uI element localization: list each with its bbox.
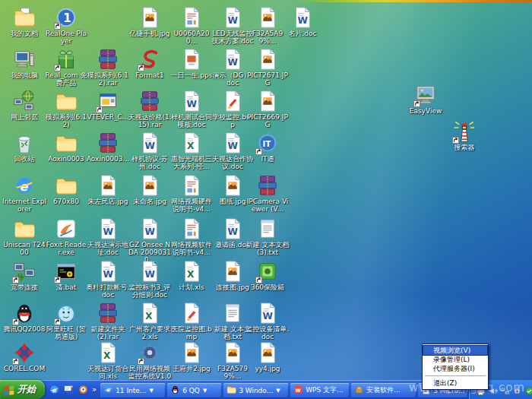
ie-quicklaunch-icon[interactable]: e: [49, 384, 60, 395]
desktop-icon[interactable]: 我的文档: [2, 6, 46, 37]
lighthouse-icon: [453, 120, 476, 143]
desktop-icon[interactable]: 天视达价格(1.15).rar: [128, 90, 172, 128]
desktop-icon[interactable]: Aoxin0003...: [86, 131, 130, 163]
desktop-icon[interactable]: 1RealOne Player: [44, 6, 88, 45]
show-desktop-quicklaunch-icon[interactable]: [63, 384, 74, 395]
desktop-icon[interactable]: yy4.jpg: [245, 341, 290, 372]
word-icon: W: [256, 302, 279, 325]
desktop-icon[interactable]: U0060A200...: [169, 6, 214, 45]
menu-item[interactable]: 代理服务器(I): [423, 364, 487, 373]
desktop-icon-label: IT通: [245, 155, 290, 163]
desktop-icon[interactable]: 清.bat: [44, 260, 88, 291]
docgen-icon: [180, 6, 203, 29]
desktop-icon[interactable]: W奥籵打款帐号.doc: [86, 260, 130, 299]
desktop-icon[interactable]: ITIT通: [245, 131, 290, 163]
desktop-icon[interactable]: VTEVER_C...: [86, 90, 130, 121]
menu-item[interactable]: 退出(Z): [423, 378, 487, 388]
desktop-icon[interactable]: 网络视频硬件说明书-v4...: [169, 174, 214, 213]
menu-item[interactable]: 视频浏览(V): [423, 346, 487, 355]
desktop-icon[interactable]: 网络视频软件说明书-v4...: [169, 217, 214, 256]
desktop-icon[interactable]: 360保险箱: [245, 260, 290, 291]
rar-icon: [97, 131, 119, 154]
desktop-icon[interactable]: EasyView: [404, 84, 448, 115]
safe360-icon: [256, 260, 279, 283]
desktop-icon[interactable]: 王府井2.jpg: [169, 341, 214, 372]
desktop-icon[interactable]: X广州客户要求2.xls: [128, 302, 172, 340]
qq-icon: [170, 385, 180, 396]
desktop-icon[interactable]: 670x80: [44, 174, 88, 205]
svg-text:X: X: [145, 311, 153, 321]
desktop-icon-label: 我的电脑: [2, 71, 46, 79]
desktop-icon[interactable]: PICT2671.JPG: [245, 48, 290, 87]
desktop-icon[interactable]: W名片.doc: [280, 6, 325, 37]
usb-device-tray-icon[interactable]: [512, 385, 522, 394]
volume-tray-icon[interactable]: [488, 385, 498, 394]
svg-text:X: X: [103, 350, 111, 361]
foxit-icon: [55, 217, 78, 240]
desktop-icon[interactable]: 模拟系列(6.12): [44, 90, 88, 128]
desktop-icon[interactable]: Format1: [128, 48, 172, 79]
desktop-icon[interactable]: eInternet Explorer: [2, 174, 46, 213]
corel-icon: [13, 341, 36, 364]
taskbar-task-button[interactable]: 安装软件...: [351, 383, 416, 398]
svg-text:W: W: [144, 226, 155, 237]
menu-item[interactable]: 录像管理(L): [423, 355, 487, 364]
taskbar-task-button[interactable]: 3 Windo...▼: [223, 383, 289, 398]
bmp-icon: [180, 302, 203, 325]
desktop-icon[interactable]: WGZ Onsee NDA 20090310...: [128, 217, 172, 264]
desktop-background[interactable]: 我的文档1RealOne Player亿捷手机.jpgU0060A200...W…: [0, 0, 532, 399]
taskbar-task-button[interactable]: e11 Inte...▼: [100, 383, 166, 398]
desktop-icon[interactable]: 医院监控图.bmp: [169, 302, 214, 340]
desktop-icon[interactable]: 朱左民店.jpg: [86, 174, 130, 205]
tray-context-menu: 视频浏览(V)录像管理(L)代理服务器(I)退出(Z): [422, 344, 489, 390]
desktop-icon[interactable]: X惠智光端机三大系列-经...: [169, 131, 214, 170]
desktop-icon[interactable]: Aoxin0003: [44, 131, 88, 163]
desktop-icon-label: EasyView: [404, 107, 448, 115]
desktop-icon[interactable]: W监控标书3_评分细则.doc: [128, 260, 172, 299]
desktop-icon[interactable]: 新建 文本文档 (3).txt: [245, 217, 290, 256]
desktop-icon[interactable]: Real_com 免费产品: [44, 48, 88, 87]
antivirus-tray-icon[interactable]: [524, 385, 532, 394]
desktop-icon-label: Real_com 免费产品: [44, 71, 88, 87]
desktop-icon[interactable]: 一日一生.pps: [169, 48, 214, 79]
desktop-icon[interactable]: 我的电脑: [2, 48, 46, 79]
desktop-icon[interactable]: 民用网络视频监控系统V1.0: [128, 341, 172, 380]
word-icon: W: [138, 260, 161, 283]
recycle-icon: [13, 131, 36, 154]
desktop-icon[interactable]: X天视达订货合同.xls: [86, 341, 130, 380]
desktop-icon[interactable]: 阿里旺旺 (贸易通版): [44, 302, 88, 340]
network-status-tray-icon[interactable]: [500, 385, 510, 394]
desktop-icon[interactable]: 亿捷手机.jpg: [128, 6, 172, 37]
start-button[interactable]: 开始: [0, 380, 45, 399]
folder-docs-icon: [13, 6, 36, 29]
svg-text:W: W: [186, 99, 197, 109]
desktop-icon[interactable]: 网上邻居: [2, 90, 46, 121]
media-player-quicklaunch-icon[interactable]: [78, 384, 89, 395]
desktop-icon[interactable]: Uniscan T2400: [2, 217, 46, 256]
desktop-icon-label: 监控标书3_评分细则.doc: [128, 283, 172, 299]
desktop-icon[interactable]: 新建文件夹(2).rar: [86, 302, 130, 340]
desktop-icon-label: Foxit Reader.exe: [44, 241, 88, 256]
desktop-icon[interactable]: Foxit Reader.exe: [44, 217, 88, 256]
desktop-icon[interactable]: 宽带连接: [2, 260, 46, 291]
desktop-icon[interactable]: 搜索器: [442, 120, 486, 151]
desktop-icon[interactable]: IPCamera Viewer (V...: [245, 174, 290, 213]
desktop-icon[interactable]: PICT2669.JPG: [245, 90, 290, 128]
desktop-icon[interactable]: W监控设备清单.doc: [245, 302, 290, 340]
desktop-icon[interactable]: W天视达演示地址.doc: [86, 217, 130, 256]
desktop-icon[interactable]: COREL.COM: [2, 341, 46, 372]
group-dropdown-arrow: ▼: [203, 388, 207, 394]
desktop-icon[interactable]: W样机测试合同模板.doc: [169, 90, 214, 128]
taskbar-task-button[interactable]: 6 QQ▼: [167, 383, 222, 398]
image-icon: [180, 341, 203, 364]
desktop-icon[interactable]: W样机协议-苏州.doc: [128, 131, 172, 170]
desktop-icon[interactable]: 未命名.jpg: [128, 174, 172, 205]
desktop-icon[interactable]: X计划.xls: [169, 260, 214, 291]
ie-icon: e: [13, 174, 36, 197]
taskbar-task-button[interactable]: WWPS 文字...: [290, 383, 350, 398]
task-button-label: 安装软件...: [366, 385, 401, 395]
desktop-icon[interactable]: 腾讯QQ2008: [2, 302, 46, 333]
desktop-icon[interactable]: 回收站: [2, 131, 46, 163]
desktop-icon[interactable]: 模拟系列(6.12).rar: [86, 48, 130, 87]
quicklaunch-chevron[interactable]: »: [92, 385, 97, 394]
